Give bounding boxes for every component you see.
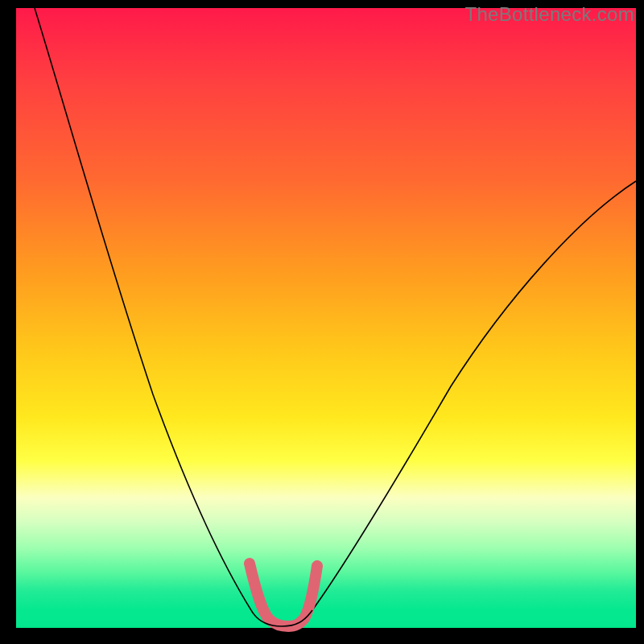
watermark-text: TheBottleneck.com	[464, 3, 634, 26]
curve-layer	[16, 8, 636, 628]
curve-left-black	[35, 8, 251, 610]
curve-right-black	[312, 181, 636, 610]
plot-area	[16, 8, 636, 628]
chart-stage: TheBottleneck.com	[0, 0, 644, 644]
